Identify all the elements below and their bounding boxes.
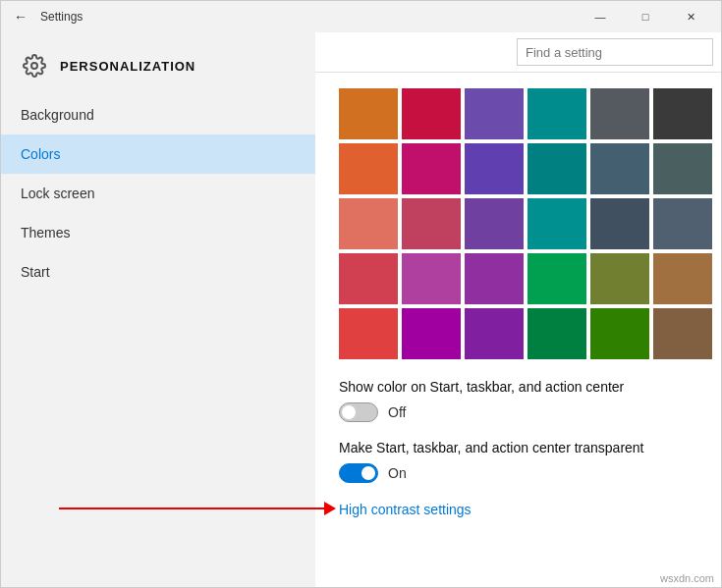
color-swatch[interactable] <box>528 198 586 249</box>
close-button[interactable]: ✕ <box>668 1 713 32</box>
color-swatch[interactable] <box>402 198 461 249</box>
sidebar-item-background[interactable]: Background <box>1 95 315 134</box>
color-swatch[interactable] <box>653 143 712 194</box>
sidebar-item-start[interactable]: Start <box>1 252 315 292</box>
color-swatch[interactable] <box>402 308 461 359</box>
color-swatch[interactable] <box>590 143 649 194</box>
high-contrast-link[interactable]: High contrast settings <box>339 502 472 517</box>
show-color-toggle-thumb <box>342 405 356 419</box>
settings-window: ← Settings — □ ✕ PERSONALIZATION Bac <box>0 0 722 588</box>
color-swatch[interactable] <box>339 143 398 194</box>
minimize-button[interactable]: — <box>578 1 623 32</box>
color-swatch[interactable] <box>653 198 712 249</box>
show-color-toggle[interactable] <box>339 402 378 422</box>
color-swatch[interactable] <box>465 308 524 359</box>
transparent-toggle-label: On <box>388 465 407 481</box>
transparent-toggle[interactable] <box>339 463 378 483</box>
show-color-setting: Show color on Start, taskbar, and action… <box>339 379 697 422</box>
color-swatch[interactable] <box>402 253 461 304</box>
color-swatch[interactable] <box>465 198 524 249</box>
sidebar-item-lockscreen[interactable]: Lock screen <box>1 174 315 213</box>
color-swatch[interactable] <box>528 253 586 304</box>
color-grid <box>339 88 697 359</box>
color-swatch[interactable] <box>465 143 524 194</box>
color-swatch[interactable] <box>339 308 398 359</box>
color-swatch[interactable] <box>653 308 712 359</box>
sidebar-title: PERSONALIZATION <box>60 59 195 74</box>
window-title: Settings <box>40 10 578 24</box>
transparent-toggle-row: On <box>339 463 697 483</box>
color-swatch[interactable] <box>465 88 524 139</box>
color-swatch[interactable] <box>402 143 461 194</box>
transparent-setting: Make Start, taskbar, and action center t… <box>339 440 697 483</box>
color-swatch[interactable] <box>528 88 586 139</box>
nav-list: Background Colors Lock screen Themes Sta… <box>1 95 315 292</box>
right-panel: Show color on Start, taskbar, and action… <box>315 32 721 587</box>
color-swatch[interactable] <box>528 308 586 359</box>
maximize-button[interactable]: □ <box>623 1 668 32</box>
right-panel-inner: Show color on Start, taskbar, and action… <box>315 80 721 542</box>
svg-point-0 <box>31 63 37 69</box>
search-input[interactable] <box>517 38 713 66</box>
sidebar-item-themes[interactable]: Themes <box>1 213 315 252</box>
transparent-toggle-thumb <box>361 466 375 480</box>
color-swatch[interactable] <box>339 88 398 139</box>
sidebar-header: PERSONALIZATION <box>1 32 315 95</box>
window-controls: — □ ✕ <box>578 1 713 32</box>
color-swatch[interactable] <box>590 308 649 359</box>
color-swatch[interactable] <box>590 253 649 304</box>
color-swatch[interactable] <box>653 253 712 304</box>
watermark: wsxdn.com <box>660 572 714 584</box>
show-color-label: Show color on Start, taskbar, and action… <box>339 379 697 395</box>
sidebar: PERSONALIZATION Background Colors Lock s… <box>1 32 315 587</box>
color-swatch[interactable] <box>653 88 712 139</box>
transparent-label: Make Start, taskbar, and action center t… <box>339 440 697 455</box>
color-swatch[interactable] <box>339 198 398 249</box>
content-area: PERSONALIZATION Background Colors Lock s… <box>1 32 721 587</box>
color-swatch[interactable] <box>465 253 524 304</box>
color-swatch[interactable] <box>590 88 649 139</box>
color-swatch[interactable] <box>339 253 398 304</box>
settings-icon <box>21 52 48 80</box>
color-swatch[interactable] <box>590 198 649 249</box>
title-bar: ← Settings — □ ✕ <box>1 1 721 32</box>
show-color-toggle-row: Off <box>339 402 697 422</box>
sidebar-item-colors[interactable]: Colors <box>1 134 315 174</box>
back-button[interactable]: ← <box>9 5 32 28</box>
show-color-toggle-label: Off <box>388 404 406 420</box>
color-swatch[interactable] <box>528 143 586 194</box>
search-bar <box>315 32 721 73</box>
color-swatch[interactable] <box>402 88 461 139</box>
